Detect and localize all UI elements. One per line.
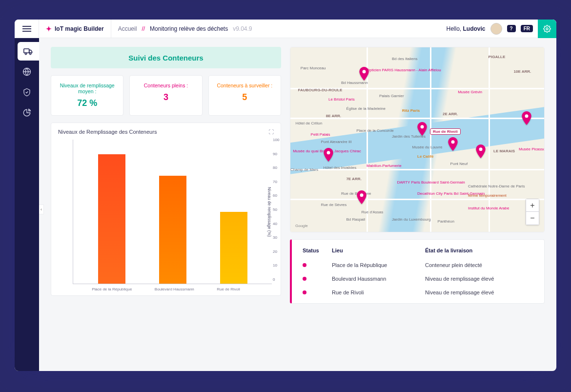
tick: 40 (273, 221, 286, 226)
map-pin[interactable] (356, 190, 367, 204)
bar-republique[interactable] (98, 154, 125, 284)
breadcrumb-sep: // (142, 25, 145, 32)
poi: 10E ARR. (514, 69, 531, 74)
page-title: Suivi des Conteneurs (51, 47, 281, 68)
bars (73, 140, 272, 284)
poi: Hôtel de Crillon (295, 121, 322, 125)
tick: 90 (273, 151, 286, 156)
expand-chart-button[interactable]: ⛶ (268, 129, 274, 135)
sidebar-item-fleet[interactable] (18, 42, 39, 61)
map-card[interactable]: FAUBOURG-DU-ROULE 8E ARR. 7E ARR. 2E ARR… (290, 47, 545, 232)
sidebar-item-globe[interactable] (18, 62, 36, 81)
svg-point-2 (25, 53, 26, 54)
poi: DARTY Paris Boulevard Saint-Germain (397, 180, 465, 185)
poi: Cathédrale Notre-Dame de Paris (468, 184, 525, 188)
shield-icon (22, 88, 31, 97)
sidebar-item-reports[interactable] (18, 103, 36, 122)
chart-title: Niveaux de Remplissage des Conteneurs (58, 129, 157, 135)
kpi-label: Niveaux de remplissage moyen : (55, 83, 119, 94)
map-pin[interactable] (521, 111, 532, 125)
table-row[interactable]: Rue de Rivoli Niveau de remplissage élev… (300, 286, 536, 299)
map-pin[interactable] (475, 144, 486, 158)
chart-body: 100 90 80 70 60 50 40 30 20 10 0 (58, 138, 274, 284)
tick: 0 (273, 277, 286, 281)
map-pin[interactable] (359, 67, 369, 81)
map-pin[interactable] (448, 137, 458, 151)
cell-etat: Conteneur plein détecté (422, 258, 536, 272)
poi: Opticien PARIS Haussmann - Alain Afflelo… (367, 68, 441, 72)
bar-haussmann[interactable] (159, 176, 186, 284)
cell-lieu: Place de la République (329, 258, 422, 272)
bar-rivoli[interactable] (220, 212, 247, 284)
status-dot-icon (303, 277, 306, 281)
poi: Pont Neuf (450, 162, 468, 166)
poi: 7E ARR. (346, 177, 361, 181)
map-canvas[interactable]: FAUBOURG-DU-ROULE 8E ARR. 7E ARR. 2E ARR… (290, 47, 544, 232)
kpi-label: Conteneurs à surveiller : (213, 83, 277, 88)
poi: Le Califé (417, 154, 433, 159)
tick: 20 (273, 249, 286, 253)
poi: Place de la Concorde (356, 128, 394, 133)
topbar-right: Hello, Ludovic ? FR (447, 20, 556, 38)
kpi-value: 3 (134, 92, 198, 103)
poi: Église de la Madeleine (346, 106, 386, 111)
sidebar-item-security[interactable] (18, 83, 36, 102)
kpi-full-containers: Conteneurs pleins : 3 (129, 75, 202, 116)
svg-point-5 (362, 70, 366, 73)
svg-point-3 (30, 53, 31, 54)
brand-icon: ✦ (46, 25, 52, 33)
th-status: Status (300, 246, 329, 258)
poi: Jardin du Luxembourg (392, 217, 431, 222)
map-pin[interactable] (417, 122, 428, 136)
sidebar-collapse-button[interactable]: ‹ (39, 205, 44, 214)
x-label: Boulevard Haussmann (155, 287, 194, 291)
poi: 2E ARR. (443, 112, 458, 116)
cell-etat: Niveau de remplissage élevé (422, 286, 536, 299)
poi: FAUBOURG-DU-ROULE (298, 88, 343, 92)
svg-rect-1 (24, 49, 29, 53)
settings-button[interactable] (538, 20, 556, 38)
svg-point-8 (479, 147, 483, 151)
cell-etat: Niveau de remplissage élevé (422, 272, 536, 286)
left-column: Suivi des Conteneurs Niveaux de rempliss… (51, 47, 281, 329)
table-row[interactable]: Boulevard Haussmann Niveau de remplissag… (300, 272, 536, 286)
avatar[interactable] (490, 23, 502, 35)
poi: Institut du Monde Arabe (468, 206, 510, 210)
poi: Musée Picasso (519, 147, 545, 151)
x-label: Rue de Rivoli (217, 287, 240, 291)
lang-button[interactable]: FR (521, 25, 533, 32)
app-frame: ✦ IoT magic Builder Accueil // Monitorin… (15, 20, 556, 371)
poi: Musée Grévin (458, 90, 482, 94)
poi: PIGALLE (489, 55, 506, 59)
zoom-out-button[interactable]: − (526, 212, 539, 225)
poi: Palais Garnier (379, 94, 404, 98)
greeting-prefix: Hello, (447, 25, 463, 32)
sidebar (15, 38, 39, 371)
plot-area: 100 90 80 70 60 50 40 30 20 10 0 (73, 140, 272, 284)
breadcrumb-home[interactable]: Accueil (118, 25, 137, 32)
menu-toggle-button[interactable] (15, 20, 39, 38)
zoom-in-button[interactable]: + (526, 199, 539, 212)
right-column: FAUBOURG-DU-ROULE 8E ARR. 7E ARR. 2E ARR… (290, 47, 545, 329)
breadcrumb-version: v9.04.9 (233, 25, 252, 32)
th-lieu: Lieu (329, 246, 422, 258)
poi: Petit Palais (311, 132, 330, 137)
globe-icon (22, 67, 31, 76)
poi: LE MARAIS (493, 149, 515, 153)
map-pin[interactable] (323, 148, 334, 162)
brand: ✦ IoT magic Builder (39, 20, 111, 38)
poi: Ritz Paris (402, 108, 420, 113)
poi: Mabillon-Parfumerie (367, 164, 402, 168)
poi: Hôtel des Invalides (324, 165, 357, 170)
help-button[interactable]: ? (507, 25, 516, 32)
table-row[interactable]: Place de la République Conteneur plein d… (300, 258, 536, 272)
kpi-value: 72 % (55, 98, 119, 108)
tick: 70 (273, 179, 286, 184)
zoom-controls: + − (526, 199, 539, 225)
poi: Panthéon (438, 219, 454, 224)
map-callout[interactable]: Rue de Rivoli (430, 128, 461, 135)
x-label: Place de la République (92, 287, 132, 291)
pie-chart-icon (22, 108, 31, 117)
table-card: Status Lieu État de la livraison Place d… (290, 239, 545, 304)
body: ‹ Suivi des Conteneurs Niveaux de rempli… (15, 38, 556, 371)
